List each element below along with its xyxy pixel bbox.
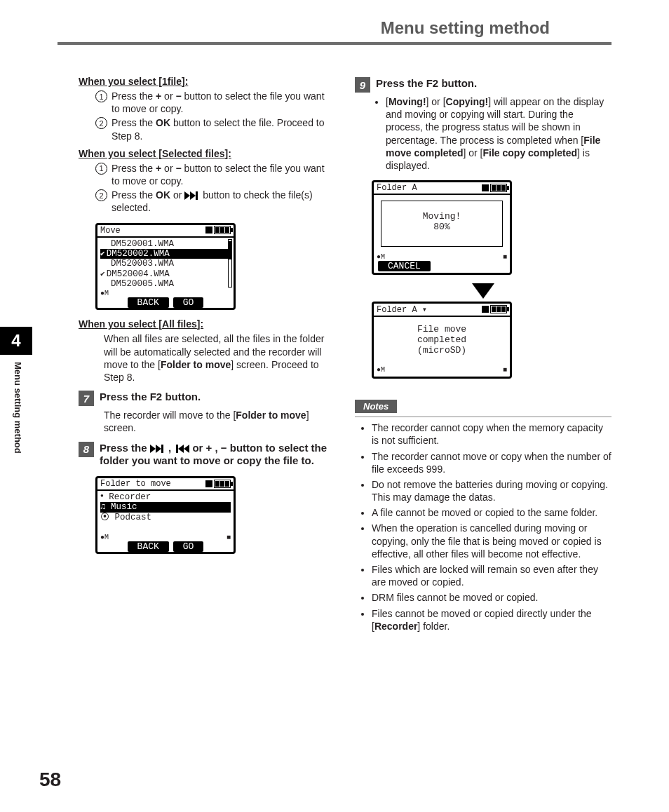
stop-icon bbox=[205, 226, 212, 234]
substep-2-text: Press the OK button to select the file. … bbox=[112, 116, 335, 142]
notes-list: The recorder cannot copy when the memory… bbox=[355, 421, 611, 632]
lcd-title-text: Folder to move bbox=[100, 479, 171, 489]
folder-row: ⦿ Podcast bbox=[100, 513, 231, 522]
lcd-moving-progress: Folder A Moving! 80% ●M■ CANCEL bbox=[372, 180, 512, 275]
substep-2-icon: 2 bbox=[95, 189, 107, 201]
stop-icon bbox=[482, 184, 489, 191]
lcd-title-text: Move bbox=[100, 226, 121, 236]
note-item: Files cannot be moved or copied directly… bbox=[372, 607, 611, 632]
chapter-label: Menu setting method bbox=[13, 355, 23, 454]
rec-indicator: ●M bbox=[100, 290, 109, 297]
scrollbar bbox=[228, 239, 232, 288]
step-7-number: 7 bbox=[79, 391, 94, 406]
battery-icon bbox=[214, 226, 231, 234]
file-row: DM520002.WMA bbox=[100, 249, 231, 259]
note-item: A file cannot be moved or copied to the … bbox=[372, 506, 611, 519]
lcd-move-completed: Folder A ▾ File move completed (microSD)… bbox=[372, 302, 512, 379]
completed-line2: completed bbox=[374, 334, 510, 345]
text: When you select [ bbox=[79, 76, 162, 87]
step-7-title: Press the F2 button. bbox=[100, 391, 201, 404]
softkey-go: GO bbox=[173, 297, 204, 308]
completed-line1: File move bbox=[374, 324, 510, 334]
substep-1-icon: 1 bbox=[95, 90, 107, 102]
lcd-move-filelist: Move DM520001.WMA DM520002.WMA DM520003.… bbox=[95, 223, 236, 311]
page-header-title: Menu setting method bbox=[58, 0, 611, 45]
heading-1file: When you select [1file]: bbox=[79, 76, 335, 87]
lcd-title-text: Folder A bbox=[377, 183, 417, 193]
chapter-number: 4 bbox=[0, 327, 32, 355]
note-item: The recorder cannot move or copy when th… bbox=[372, 450, 611, 475]
note-item: When the operation is cancelled during m… bbox=[372, 522, 611, 560]
file-row: DM520005.WMA bbox=[100, 279, 231, 289]
softkey-back: BACK bbox=[128, 541, 169, 552]
file-row: DM520003.WMA bbox=[100, 259, 231, 269]
step-8-title: Press the , or + , − button to select th… bbox=[100, 442, 335, 468]
step-8-number: 8 bbox=[79, 442, 94, 457]
fast-forward-icon bbox=[184, 191, 200, 200]
note-item: The recorder cannot copy when the memory… bbox=[372, 421, 611, 447]
stop-icon bbox=[205, 480, 212, 487]
arrow-down-icon bbox=[472, 283, 494, 299]
moving-label: Moving! bbox=[381, 211, 502, 222]
softkey-back: BACK bbox=[128, 297, 169, 308]
completed-line3: (microSD) bbox=[374, 345, 510, 356]
all-files-body: When all files are selected, all the fil… bbox=[104, 332, 335, 384]
page-number: 58 bbox=[39, 769, 61, 791]
lcd-title-text: Folder A bbox=[377, 305, 417, 315]
battery-icon bbox=[214, 480, 231, 488]
fast-forward-icon bbox=[150, 445, 165, 453]
softkey-cancel: CANCEL bbox=[378, 261, 431, 271]
battery-icon bbox=[490, 305, 507, 313]
substep-1-text: Press the + or − button to select the fi… bbox=[112, 90, 335, 115]
text: ]: bbox=[182, 76, 188, 87]
heading-all-files: When you select [All files]: bbox=[79, 318, 335, 330]
keyword: 1file bbox=[162, 76, 182, 87]
step-9-number: 9 bbox=[355, 77, 370, 93]
right-column: 9 Press the F2 button. [Moving!] or [Cop… bbox=[355, 70, 611, 635]
softkey-go: GO bbox=[173, 541, 204, 552]
file-row: DM520001.WMA bbox=[100, 239, 231, 249]
step-9-title: Press the F2 button. bbox=[376, 77, 477, 90]
rec-indicator: ●M bbox=[377, 253, 385, 261]
step-9-body: [Moving!] or [Copying!] will appear on t… bbox=[386, 95, 611, 172]
lcd-folder-to-move: Folder to move Recorder ♫ Music ⦿ Podcas… bbox=[95, 476, 236, 554]
battery-icon bbox=[490, 184, 507, 192]
file-row: DM520004.WMA bbox=[100, 269, 231, 279]
stop-icon bbox=[482, 306, 489, 313]
substep-1-text: Press the + or − button to select the fi… bbox=[112, 162, 335, 187]
step-7-body: The recorder will move to the [Folder to… bbox=[104, 409, 335, 434]
rewind-icon bbox=[174, 445, 189, 453]
moving-percent: 80% bbox=[381, 222, 502, 232]
left-column: When you select [1file]: 1 Press the + o… bbox=[79, 70, 335, 635]
heading-selected-files: When you select [Selected files]: bbox=[79, 148, 335, 159]
note-item: Files which are locked will remain so ev… bbox=[372, 563, 611, 588]
rec-indicator: ●M bbox=[377, 366, 385, 374]
note-item: DRM files cannot be moved or copied. bbox=[372, 591, 611, 604]
substep-2-text: Press the OK or button to check the file… bbox=[112, 189, 335, 214]
chapter-tab: 4 Menu setting method bbox=[0, 327, 41, 454]
rec-indicator: ●M bbox=[100, 534, 109, 541]
folder-row: ♫ Music bbox=[100, 502, 231, 512]
note-item: Do not remove the batteries during movin… bbox=[372, 478, 611, 503]
substep-1-icon: 1 bbox=[95, 163, 107, 175]
substep-2-icon: 2 bbox=[95, 117, 107, 129]
folder-row: Recorder bbox=[100, 492, 231, 502]
notes-heading: Notes bbox=[355, 400, 397, 413]
